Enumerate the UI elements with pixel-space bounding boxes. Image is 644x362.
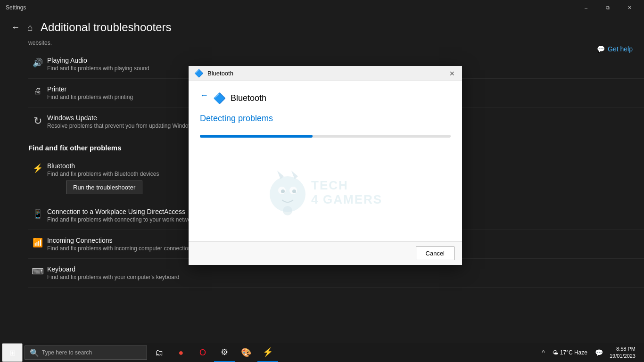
paint-icon: 🎨 [241, 347, 251, 358]
system-tray-chevron[interactable]: ^ [540, 349, 547, 356]
modal-title-bar: 🔷 Bluetooth ✕ [189, 66, 462, 81]
start-icon: ⊞ [9, 348, 16, 357]
keyboard-text: Keyboard Find and fix problems with your… [47, 265, 644, 280]
detecting-label: Detecting problems [200, 114, 451, 123]
taskbar-right: ^ 🌤 17°C Haze 💬 8:58 PM 19/01/2023 [536, 346, 642, 360]
settings-window-title: Settings [6, 4, 26, 11]
printer-icon: 🖨 [28, 86, 47, 96]
title-bar: Settings – ⧉ ✕ [0, 0, 644, 15]
taskbar-app-settings[interactable]: ⚙ [214, 343, 235, 362]
modal-footer: Cancel [189, 241, 462, 265]
modal-close-button[interactable]: ✕ [446, 67, 458, 80]
taskbar-apps: 🗂 ● O ⚙ 🎨 ⚡ [149, 343, 278, 362]
bluetooth-troubleshooter-dialog: 🔷 Bluetooth ✕ ← 🔷 Bluetooth Detecting pr… [189, 66, 462, 265]
settings-icon: ⚙ [221, 347, 228, 357]
svg-point-1 [283, 206, 292, 215]
modal-header-bluetooth-icon: 🔷 [213, 92, 226, 105]
taskbar-app-paint[interactable]: 🎨 [236, 343, 256, 362]
modal-bluetooth-icon: 🔷 [194, 69, 204, 78]
modal-title-left: 🔷 Bluetooth [194, 69, 233, 78]
incoming-icon: 📶 [28, 238, 47, 248]
svg-point-5 [292, 189, 296, 193]
clock-date: 19/01/2023 [610, 353, 636, 360]
keyboard-icon: ⌨ [28, 266, 47, 277]
keyboard-title: Keyboard [47, 265, 644, 273]
title-bar-left: Settings [6, 4, 26, 11]
modal-back-button[interactable]: ← [200, 90, 208, 100]
weather-text: 17°C Haze [560, 349, 587, 356]
search-icon: 🔍 [30, 348, 39, 357]
partial-item: websites. [28, 40, 644, 50]
weather-icon: 🌤 [553, 349, 558, 356]
explorer-icon: 🗂 [155, 348, 164, 358]
home-icon: ⌂ [27, 22, 33, 33]
maximize-button[interactable]: ⧉ [597, 0, 619, 15]
close-button[interactable]: ✕ [619, 0, 640, 15]
title-bar-controls: – ⧉ ✕ [575, 0, 640, 15]
page-title: Additional troubleshooters [41, 21, 172, 34]
bluetooth-taskbar-icon: ⚡ [263, 347, 273, 357]
svg-text:TECH: TECH [311, 178, 348, 192]
taskbar-app-bluetooth[interactable]: ⚡ [257, 343, 278, 362]
taskbar-app-explorer[interactable]: 🗂 [149, 343, 170, 362]
taskbar: ⊞ 🔍 Type here to search 🗂 ● O ⚙ 🎨 ⚡ ^ 🌤 [0, 343, 644, 362]
svg-text:4: 4 [311, 192, 319, 206]
chrome-icon: ● [179, 348, 184, 358]
taskbar-app-chrome[interactable]: ● [171, 343, 191, 362]
windows-update-icon: ↻ [28, 115, 47, 127]
progress-track [200, 135, 451, 138]
minimize-button[interactable]: – [575, 0, 597, 15]
cancel-button[interactable]: Cancel [416, 247, 454, 260]
opera-icon: O [199, 348, 206, 358]
taskbar-app-opera[interactable]: O [192, 343, 213, 362]
taskbar-time: 8:58 PM 19/01/2023 [607, 346, 638, 360]
playing-audio-title: Playing Audio [47, 57, 644, 64]
svg-point-4 [281, 189, 285, 193]
clock-time: 8:58 PM [610, 346, 636, 353]
settings-header: ← ⌂ Additional troubleshooters [0, 15, 644, 40]
bluetooth-icon: ⚡ [28, 163, 47, 173]
start-button[interactable]: ⊞ [2, 343, 23, 362]
modal-page-title: Bluetooth [231, 93, 266, 103]
run-troubleshooter-button[interactable]: Run the troubleshooter [66, 181, 142, 194]
keyboard-desc: Find and fix problems with your computer… [47, 274, 644, 280]
watermark-area: TECH 4 GAMERS [200, 156, 451, 227]
playing-audio-icon: 🔊 [28, 58, 47, 68]
weather-widget[interactable]: 🌤 17°C Haze [549, 349, 591, 356]
search-bar[interactable]: 🔍 Type here to search [25, 346, 147, 360]
watermark-svg: TECH 4 GAMERS [250, 166, 401, 222]
notification-icon[interactable]: 💬 [593, 349, 605, 356]
back-button[interactable]: ← [11, 23, 20, 33]
svg-text:GAMERS: GAMERS [323, 192, 382, 206]
modal-body: ← 🔷 Bluetooth Detecting problems [189, 81, 462, 241]
directaccess-icon: 📱 [28, 209, 47, 219]
modal-title-text: Bluetooth [207, 70, 233, 77]
search-placeholder: Type here to search [42, 349, 92, 356]
progress-fill [200, 135, 313, 138]
